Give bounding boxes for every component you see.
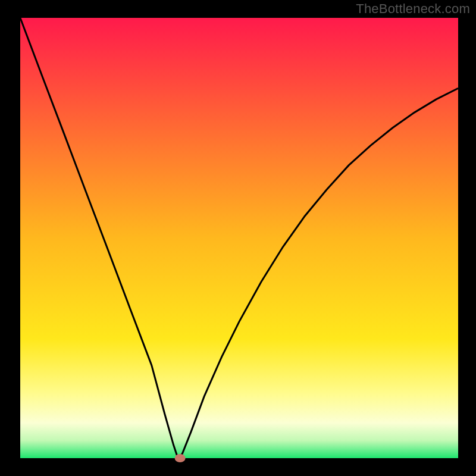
attribution-text: TheBottleneck.com (356, 1, 470, 17)
chart-svg (0, 0, 476, 476)
optimum-marker (175, 454, 186, 462)
plot-background (20, 18, 458, 458)
chart-container: { "attribution": "TheBottleneck.com", "c… (0, 0, 476, 476)
